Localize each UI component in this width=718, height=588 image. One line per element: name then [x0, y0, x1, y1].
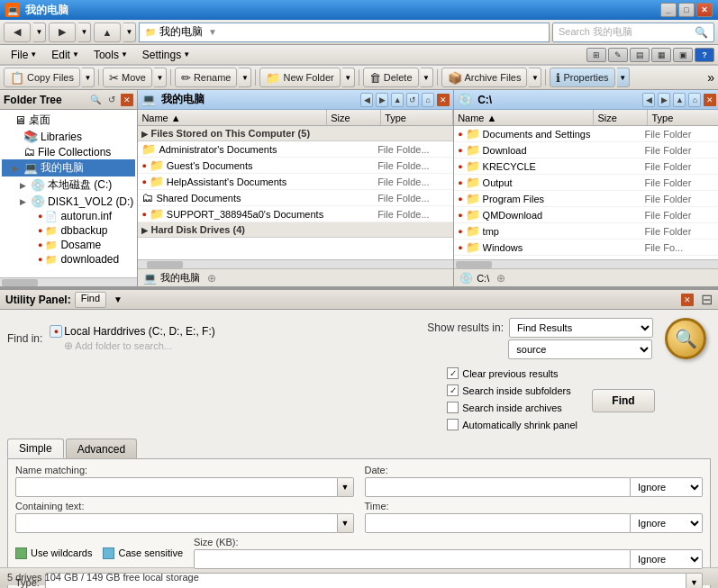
maximize-button[interactable]: □ [678, 3, 695, 17]
back-arrow[interactable]: ▼ [33, 23, 46, 42]
forward-button[interactable]: ▶ [49, 23, 76, 42]
left-col-size[interactable]: Size [327, 110, 381, 125]
tree-item-desktop[interactable]: 🖥桌面 [2, 112, 135, 129]
menu-tools[interactable]: Tools▼ [86, 47, 135, 63]
tree-item-dbbackup[interactable]: ●📁dbbackup [2, 223, 135, 238]
left-col-name[interactable]: Name ▲ [138, 110, 327, 125]
utility-resize[interactable]: ⊟ [701, 291, 713, 308]
search-input[interactable]: Search 我的电脑 🔍 [552, 23, 714, 42]
list-item[interactable]: ●📁 HelpAssistant's Documents File Folde.… [138, 174, 453, 190]
delete-arrow[interactable]: ▼ [421, 68, 433, 87]
tab-simple[interactable]: Simple [7, 439, 64, 458]
menu-edit[interactable]: Edit▼ [44, 47, 86, 63]
delete-button[interactable]: 🗑Delete [363, 68, 419, 87]
menu-settings[interactable]: Settings▼ [135, 47, 197, 63]
tree-item-my-computer[interactable]: ▶💻我的电脑 [2, 159, 135, 176]
move-arrow[interactable]: ▼ [154, 68, 167, 87]
view-icon-4[interactable]: ▦ [651, 48, 671, 62]
list-item[interactable]: ●📁 Windows File Fo... [454, 240, 718, 256]
address-input[interactable]: 📁 我的电脑 ▼ [139, 23, 550, 42]
source-select[interactable]: source [508, 339, 652, 359]
view-icon-1[interactable]: ⊞ [586, 48, 606, 62]
list-item[interactable]: ●📁 Program Files File Folder [454, 191, 718, 207]
list-item[interactable]: ●📁 QMDownload File Folder [454, 207, 718, 223]
archive-arrow[interactable]: ▼ [529, 68, 541, 87]
list-item[interactable]: ●📁 Guest's Documents File Folde... [138, 158, 453, 174]
list-item[interactable]: ●📁 KRECYCLE File Folder [454, 158, 718, 175]
left-nav-refresh[interactable]: ↺ [406, 93, 419, 107]
tree-scrollbar[interactable] [0, 277, 137, 286]
utility-close-button[interactable]: ✕ [681, 294, 694, 306]
right-footer-add[interactable]: ⊕ [496, 272, 505, 285]
tree-search-icon[interactable]: 🔍 [88, 93, 103, 107]
show-results-select[interactable]: Find Results [509, 318, 653, 338]
list-item[interactable]: ●📁 SUPPORT_388945a0's Documents File Fol… [138, 206, 453, 222]
right-panel-close[interactable]: ✕ [704, 94, 716, 106]
find-button[interactable]: Find [592, 389, 655, 412]
menu-file[interactable]: File▼ [4, 47, 44, 63]
view-icon-2[interactable]: ✎ [608, 48, 628, 62]
right-col-size[interactable]: Size [594, 110, 648, 125]
left-nav-prev[interactable]: ◀ [360, 93, 373, 107]
view-icon-5[interactable]: ▣ [673, 48, 693, 62]
list-item[interactable]: ●📁 Output File Folder [454, 175, 718, 191]
properties-arrow[interactable]: ▼ [617, 68, 630, 87]
up-arrow[interactable]: ▼ [123, 23, 136, 42]
utility-dropdown[interactable]: ▼ [110, 294, 126, 304]
add-folder-row[interactable]: ⊕ Add folder to search... [50, 339, 420, 352]
time-select[interactable]: Ignore [631, 513, 703, 533]
tree-item-d-drive[interactable]: ▶💿DISK1_VOL2 (D:) [2, 194, 135, 209]
search-subfolders-checkbox[interactable] [447, 384, 459, 396]
rename-button[interactable]: ✏Rename [175, 68, 238, 87]
tree-item-file-collections[interactable]: 🗂File Collections [2, 144, 135, 159]
name-matching-dropdown[interactable]: ▼ [338, 477, 354, 497]
tree-refresh-icon[interactable]: ↺ [105, 93, 119, 107]
copy-files-arrow[interactable]: ▼ [82, 68, 95, 87]
tree-item-c-drive[interactable]: ▶💿本地磁盘 (C:) [2, 176, 135, 194]
properties-button[interactable]: ℹProperties [550, 68, 614, 87]
minimize-button[interactable]: _ [660, 3, 677, 17]
more-button[interactable]: » [707, 70, 714, 85]
left-panel-close[interactable]: ✕ [437, 94, 450, 106]
right-col-type[interactable]: Type [648, 110, 718, 125]
date-select[interactable]: Ignore [631, 477, 703, 497]
tab-advanced[interactable]: Advanced [66, 439, 137, 458]
left-col-type[interactable]: Type [381, 110, 453, 125]
list-item[interactable]: ●📁 Download File Folder [454, 142, 718, 158]
right-nav-next[interactable]: ▶ [658, 93, 670, 107]
containing-text-dropdown[interactable]: ▼ [338, 513, 354, 533]
name-matching-input[interactable] [15, 477, 338, 497]
right-col-name[interactable]: Name ▲ [454, 110, 594, 125]
left-nav-next[interactable]: ▶ [376, 93, 388, 107]
left-nav-up[interactable]: ▲ [391, 93, 404, 107]
size-select[interactable]: Ignore [631, 549, 703, 569]
tree-item-downloaded[interactable]: ●📁downloaded [2, 252, 135, 267]
clear-previous-checkbox[interactable] [447, 367, 459, 379]
right-scrollbar[interactable] [454, 259, 718, 268]
new-folder-button[interactable]: 📁New Folder [259, 68, 340, 87]
right-nav-up[interactable]: ▲ [673, 93, 686, 107]
up-button[interactable]: ▲ [94, 23, 121, 42]
back-button[interactable]: ◀ [4, 23, 31, 42]
left-nav-home[interactable]: ⌂ [422, 93, 434, 107]
help-button[interactable]: ? [695, 48, 714, 62]
copy-files-button[interactable]: 📋Copy Files [4, 68, 80, 87]
right-nav-home[interactable]: ⌂ [688, 93, 701, 107]
tree-close-button[interactable]: ✕ [121, 94, 133, 106]
forward-arrow[interactable]: ▼ [78, 23, 91, 42]
left-scrollbar[interactable] [138, 259, 453, 268]
list-item[interactable]: 🗂 Shared Documents File Folde... [138, 190, 453, 206]
new-folder-arrow[interactable]: ▼ [342, 68, 355, 87]
use-wildcards-checkbox[interactable] [15, 547, 27, 559]
left-footer-add[interactable]: ⊕ [207, 272, 216, 285]
tree-item-libraries[interactable]: 📚Libraries [2, 129, 135, 144]
view-icon-3[interactable]: ▤ [630, 48, 650, 62]
close-button[interactable]: ✕ [696, 3, 713, 17]
list-item[interactable]: ●📁 tmp File Folder [454, 223, 718, 240]
rename-arrow[interactable]: ▼ [239, 68, 251, 87]
time-input[interactable] [365, 513, 632, 533]
containing-text-input[interactable] [15, 513, 338, 533]
archive-button[interactable]: 📦Archive Files [441, 68, 528, 87]
list-item[interactable]: ●📁 Documents and Settings File Folder [454, 126, 718, 142]
find-tab-button[interactable]: Find [75, 292, 106, 308]
